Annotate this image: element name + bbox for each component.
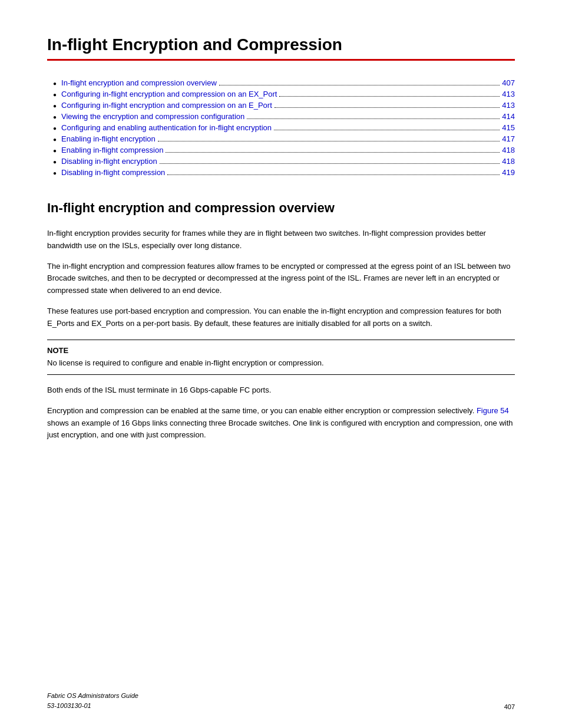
footer: Fabric OS Administrators Guide 53-100313… [47, 691, 515, 710]
toc-item: ●Configuring in-flight encryption and co… [53, 90, 515, 98]
toc-link-text[interactable]: Configuring and enabling authentication … [61, 123, 272, 132]
toc-item: ●Enabling in-flight compression418 [53, 146, 515, 154]
toc-bullet: ● [53, 80, 57, 87]
toc-bullet: ● [53, 136, 57, 143]
toc-link-text[interactable]: Enabling in-flight compression [61, 146, 163, 154]
toc-bullet: ● [53, 91, 57, 98]
toc-dots [158, 141, 500, 141]
toc-dots [160, 163, 500, 164]
toc-link-text[interactable]: Viewing the encryption and compression c… [61, 112, 244, 121]
toc-bullet: ● [53, 103, 57, 109]
toc-item: ●Configuring in-flight encryption and co… [53, 101, 515, 110]
body-paragraph: The in-flight encryption and compression… [47, 261, 515, 297]
toc-item: ●Enabling in-flight encryption417 [53, 134, 515, 143]
toc-link-text[interactable]: Configuring in-flight encryption and com… [61, 90, 277, 98]
after-note-paragraph: Encryption and compression can be enable… [47, 405, 515, 442]
after-note-paragraph: Both ends of the ISL must terminate in 1… [47, 384, 515, 397]
footer-left: Fabric OS Administrators Guide 53-100313… [47, 691, 138, 710]
toc-page-num: 419 [502, 168, 515, 177]
red-rule [47, 59, 515, 61]
toc-dots [167, 174, 500, 175]
toc-page-num: 417 [502, 134, 515, 143]
toc-item: ●Configuring and enabling authentication… [53, 123, 515, 132]
toc-page-num: 407 [502, 78, 515, 87]
toc-link-text[interactable]: Configuring in-flight encryption and com… [61, 101, 272, 110]
note-box: NOTE No license is required to configure… [47, 340, 515, 375]
toc-dots [247, 118, 500, 119]
toc-item: ●Viewing the encryption and compression … [53, 112, 515, 121]
toc-bullet: ● [53, 125, 57, 131]
toc-page-num: 414 [502, 112, 515, 121]
toc-page-num: 418 [502, 146, 515, 154]
toc-page-num: 415 [502, 123, 515, 132]
toc-dots [279, 96, 500, 97]
page: In-flight Encryption and Compression ●In… [0, 0, 562, 728]
figure-link[interactable]: Figure 54 [477, 406, 509, 415]
toc-link-text[interactable]: Disabling in-flight encryption [61, 157, 157, 166]
section-title: In-flight encryption and compression ove… [47, 200, 515, 216]
toc-item: ●Disabling in-flight encryption418 [53, 157, 515, 166]
body-paragraph: These features use port-based encryption… [47, 305, 515, 330]
toc-bullet: ● [53, 159, 57, 165]
toc-bullet: ● [53, 170, 57, 176]
toc-bullet: ● [53, 147, 57, 154]
body-paragraphs: In-flight encryption provides security f… [47, 228, 515, 330]
chapter-title: In-flight Encryption and Compression [47, 35, 515, 54]
toc-dots [274, 130, 500, 130]
toc-list: ●In-flight encryption and compression ov… [47, 78, 515, 177]
footer-guide: Fabric OS Administrators Guide [47, 691, 138, 701]
toc-link-text[interactable]: Disabling in-flight compression [61, 168, 165, 177]
note-text: No license is required to configure and … [47, 357, 515, 369]
body-paragraph: In-flight encryption provides security f… [47, 228, 515, 252]
toc-page-num: 413 [502, 101, 515, 110]
toc-bullet: ● [53, 114, 57, 120]
toc-link-text[interactable]: In-flight encryption and compression ove… [61, 78, 217, 87]
note-label: NOTE [47, 346, 515, 355]
toc-page-num: 418 [502, 157, 515, 166]
toc-item: ●In-flight encryption and compression ov… [53, 78, 515, 87]
toc-dots [166, 152, 500, 153]
toc-dots [275, 107, 500, 108]
toc-link-text[interactable]: Enabling in-flight encryption [61, 134, 156, 143]
footer-doc-num: 53-1003130-01 [47, 701, 138, 711]
after-note-paragraphs: Both ends of the ISL must terminate in 1… [47, 384, 515, 442]
footer-page-num: 407 [504, 703, 515, 710]
toc-item: ●Disabling in-flight compression419 [53, 168, 515, 177]
toc-page-num: 413 [502, 90, 515, 98]
toc-dots [219, 85, 500, 85]
